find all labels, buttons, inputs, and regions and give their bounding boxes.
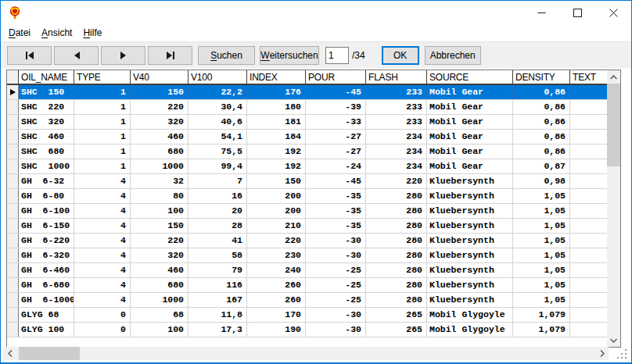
cell-type: 4 [74,204,131,218]
cell-oil_name: GH 6-100 [19,204,74,218]
row-selector[interactable] [7,174,19,188]
row-selector[interactable] [7,159,19,173]
search-button[interactable]: Suchen [198,46,255,65]
cell-text [570,278,607,292]
resize-grip-icon [616,348,627,359]
row-selector[interactable] [7,293,19,307]
row-selector[interactable] [7,189,19,203]
table-row[interactable]: SHC 150115022,2176-45233Mobil Gear0,86 [7,85,607,100]
cell-flash: 220 [366,174,427,188]
cancel-button[interactable]: Abbrechen [425,46,481,65]
last-record-button[interactable] [148,46,192,65]
row-selector[interactable] [7,85,19,99]
cell-density: 1,05 [513,189,570,203]
row-selector[interactable] [7,219,19,233]
column-header-index[interactable]: INDEX [247,70,306,84]
row-selector[interactable] [7,323,19,337]
cell-oil_name: GH 6-460 [19,263,74,277]
row-selector[interactable] [7,248,19,262]
row-selector[interactable] [7,278,19,292]
previous-record-button[interactable] [54,46,99,65]
menu-ansicht[interactable]: Ansicht [36,26,77,40]
column-header-oil_name[interactable]: OIL_NAME [19,70,74,84]
cell-pour: -30 [306,248,366,262]
column-header-v40[interactable]: V40 [131,70,189,84]
scroll-down-button[interactable] [607,334,620,347]
scroll-left-button[interactable] [3,347,16,360]
cell-v40: 220 [131,100,189,114]
first-record-button[interactable] [7,46,52,65]
maximize-button[interactable] [559,1,595,24]
table-row[interactable]: GH 6-320432058230-30280Kluebersynth1,05 [7,248,607,263]
chevron-right-icon [600,350,605,357]
table-row[interactable]: GH 6-6804680116260-25280Kluebersynth1,05 [7,278,607,293]
scroll-up-button[interactable] [607,70,620,84]
menu-hilfe[interactable]: Hilfe [77,26,107,40]
cell-flash: 280 [366,293,427,307]
column-header-flash[interactable]: FLASH [366,70,427,84]
row-selector[interactable] [7,263,19,277]
cell-flash: 233 [366,100,427,114]
cell-text [570,263,607,277]
column-header-source[interactable]: SOURCE [427,70,513,84]
row-selector[interactable] [7,130,19,144]
cell-oil_name: GH 6-680 [19,278,74,292]
row-selector[interactable] [7,204,19,218]
close-button[interactable] [595,1,631,24]
vertical-scrollbar-thumb[interactable] [607,84,620,166]
vertical-scrollbar[interactable] [607,70,620,347]
ok-button[interactable]: OK [382,46,419,65]
resize-grip[interactable] [616,348,627,359]
column-header-density[interactable]: DENSITY [513,70,570,84]
table-row[interactable]: GH 6-100041000167260-25280Kluebersynth1,… [7,293,607,308]
table-row[interactable]: GH 6-324327150-45220Kluebersynth0,98 [7,174,607,189]
cell-pour: -25 [306,278,366,292]
horizontal-scrollbar-thumb[interactable] [19,347,80,360]
table-row[interactable]: GLYG 100010017,3190-30265Mobil Glygoyle1… [7,323,607,337]
table-row[interactable]: GH 6-460446079240-25280Kluebersynth1,05 [7,263,607,278]
grid-body: SHC 150115022,2176-45233Mobil Gear0,86SH… [7,85,607,337]
cell-v100: 99,4 [189,159,247,173]
minimize-button[interactable] [523,1,559,24]
cell-flash: 234 [366,130,427,144]
record-number-input[interactable] [325,47,349,64]
next-record-button[interactable] [101,46,145,65]
menu-rest: ilfe [90,27,102,38]
cell-type: 0 [74,323,131,337]
cell-v100: 28 [189,219,247,233]
table-row[interactable]: SHC 10001100099,4192-24234Mobil Gear0,87 [7,159,607,174]
cell-flash: 280 [366,263,427,277]
cell-flash: 280 [366,204,427,218]
column-header-type[interactable]: TYPE [74,70,131,84]
table-row[interactable]: GH 6-8048016200-35280Kluebersynth1,05 [7,189,607,204]
table-row[interactable]: GH 6-150415028210-35280Kluebersynth1,05 [7,219,607,234]
table-row[interactable]: SHC 220122030,4180-39233Mobil Gear0,86 [7,100,607,115]
row-selector[interactable] [7,115,19,129]
table-row[interactable]: SHC 460146054,1184-27234Mobil Gear0,86 [7,130,607,145]
search-next-button[interactable]: Weitersuchen [260,46,319,65]
cell-pour: -35 [306,189,366,203]
column-header-v100[interactable]: V100 [189,70,247,84]
cell-v100: 40,6 [189,115,247,129]
row-selector[interactable] [7,100,19,114]
menu-datei[interactable]: Datei [3,26,36,40]
row-selector[interactable] [7,145,19,159]
row-selector[interactable] [7,234,19,248]
horizontal-scrollbar[interactable] [3,347,609,360]
cell-text [570,234,607,248]
scroll-right-button[interactable] [595,347,609,360]
cell-index: 240 [247,263,306,277]
table-row[interactable]: SHC 680168075,5192-27234Mobil Gear0,86 [7,145,607,159]
cell-text [570,130,607,144]
table-row[interactable]: GLYG 6806811,8170-30265Mobil Glygoyle1,0… [7,308,607,323]
table-row[interactable]: GH 6-100410020200-35280Kluebersynth1,05 [7,204,607,219]
column-header-pour[interactable]: POUR [306,70,366,84]
table-row[interactable]: GH 6-220422041220-30280Kluebersynth1,05 [7,234,607,248]
cell-text [570,100,607,114]
table-row[interactable]: SHC 320132040,6181-33233Mobil Gear0,86 [7,115,607,130]
cell-v100: 7 [189,174,247,188]
last-record-icon [166,52,175,59]
row-selector[interactable] [7,308,19,322]
data-grid: OIL_NAMETYPEV40V100INDEXPOURFLASHSOURCED… [6,70,621,348]
column-header-text[interactable]: TEXT [570,70,607,84]
